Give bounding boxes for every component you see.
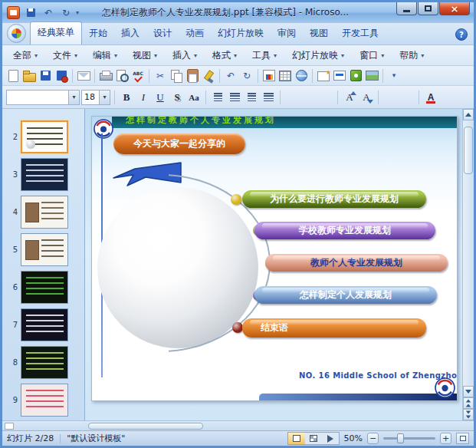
line-spacing-button[interactable] (284, 90, 300, 105)
slide-thumbnail[interactable] (21, 158, 68, 191)
bold-button[interactable]: B (119, 90, 134, 105)
menu-slideshow[interactable]: 幻灯片放映▾ (286, 47, 350, 64)
slide-thumbnail[interactable] (21, 196, 68, 229)
menu-insert[interactable]: 插入▾ (166, 47, 203, 64)
slide-thumbnail[interactable] (21, 346, 68, 379)
menu-format[interactable]: 格式▾ (206, 47, 243, 64)
font-size-combo[interactable]: 18 ▾ (81, 90, 110, 105)
menu-edit[interactable]: 编辑▾ (87, 47, 123, 64)
maximize-button[interactable] (418, 2, 438, 15)
print-preview-button[interactable] (114, 68, 130, 84)
increase-font-button[interactable]: A (342, 90, 357, 105)
italic-button[interactable]: I (136, 90, 151, 105)
insert-table-button[interactable] (277, 68, 293, 84)
bullet-list-button[interactable] (318, 90, 333, 105)
scrollbar-track[interactable] (463, 120, 474, 386)
redo-button[interactable]: ↻ (58, 6, 74, 20)
tab-animation[interactable]: 动画 (179, 23, 211, 44)
tab-view[interactable]: 视图 (303, 23, 335, 44)
font-color-button[interactable]: A (423, 90, 438, 105)
format-painter-button[interactable] (201, 68, 216, 84)
zoom-slider[interactable] (383, 437, 435, 440)
text-shadow-button[interactable]: S (169, 90, 185, 105)
agenda-item-4[interactable]: 怎样制定个人发展规划 (254, 286, 437, 304)
slide-thumbnail[interactable] (21, 271, 68, 304)
redo-toolbar-button[interactable]: ↻ (239, 68, 254, 84)
scrollbar-thumb[interactable] (464, 127, 473, 174)
menu-all[interactable]: 全部▾ (7, 47, 44, 64)
email-button[interactable] (76, 68, 91, 84)
tab-review[interactable]: 审阅 (271, 23, 303, 44)
dropdown-arrow-icon[interactable]: ▾ (99, 91, 110, 104)
undo-button[interactable]: ↶ (41, 6, 56, 20)
undo-toolbar-button[interactable]: ↶ (223, 68, 238, 84)
menu-view[interactable]: 视图▾ (126, 47, 163, 64)
insert-hyperlink-button[interactable] (294, 68, 309, 84)
scroll-up-button[interactable] (463, 109, 474, 120)
underline-button[interactable]: U (153, 90, 168, 105)
fit-to-window-button[interactable] (456, 433, 469, 444)
horizontal-scrollbar[interactable] (2, 420, 474, 430)
menu-tools[interactable]: 工具▾ (246, 47, 283, 64)
scroll-down-button[interactable] (463, 386, 474, 397)
justify-button[interactable] (261, 90, 276, 105)
open-button[interactable] (21, 68, 37, 84)
agenda-item-5[interactable]: 结束语 (242, 318, 426, 338)
agenda-item-2[interactable]: 学校教师专业发展规划 (254, 222, 435, 239)
cut-button[interactable]: ✂ (153, 68, 168, 84)
slide-layout-button[interactable] (332, 68, 347, 84)
menu-window[interactable]: 窗口▾ (353, 47, 390, 64)
save-as-button[interactable] (54, 68, 69, 84)
tab-design[interactable]: 设计 (146, 23, 179, 44)
agenda-item-3[interactable]: 教师个人专业发展规划 (265, 254, 448, 272)
dropdown-arrow-icon[interactable]: ▾ (68, 91, 79, 104)
help-button[interactable]: ? (455, 28, 468, 41)
numbered-list-button[interactable] (301, 90, 317, 105)
new-document-button[interactable] (5, 68, 21, 84)
toolbar-options-button[interactable]: ▾ (386, 68, 402, 84)
agenda-item-1[interactable]: 为什么要进行教师专业发展规划 (242, 190, 426, 208)
close-button[interactable]: × (439, 2, 470, 15)
zoom-slider-thumb[interactable] (397, 433, 404, 443)
slide-sorter-button[interactable] (305, 433, 322, 444)
tab-home[interactable]: 开始 (82, 23, 114, 44)
office-button[interactable] (7, 24, 26, 43)
zoom-in-button[interactable]: + (440, 433, 451, 444)
decrease-indent-button[interactable] (382, 90, 398, 105)
slide-thumbnail[interactable] (21, 120, 68, 153)
pane-splitter-box[interactable] (5, 423, 14, 430)
align-right-button[interactable] (244, 90, 259, 105)
powerpoint-app-icon[interactable] (7, 6, 20, 19)
decrease-font-button[interactable]: A (359, 90, 374, 105)
zoom-out-button[interactable]: − (367, 433, 379, 444)
align-left-button[interactable] (210, 90, 225, 105)
change-case-button[interactable]: Aa (186, 90, 202, 105)
save-button[interactable] (23, 6, 38, 20)
print-button[interactable] (98, 68, 113, 84)
slide-thumbnail[interactable] (21, 308, 68, 341)
slide-thumbnail[interactable] (21, 384, 68, 417)
font-name-combo[interactable]: ▾ (6, 90, 80, 105)
tab-classic-menu[interactable]: 经典菜单 (30, 21, 82, 44)
copy-button[interactable] (169, 68, 184, 84)
qat-dropdown-button[interactable]: ▾ (76, 9, 79, 16)
increase-indent-button[interactable] (399, 90, 415, 105)
spelling-button[interactable]: ABC (130, 68, 146, 84)
horizontal-scrollbar-thumb[interactable] (88, 423, 203, 430)
slide-design-button[interactable] (348, 68, 363, 84)
slide-thumbnail[interactable] (21, 233, 68, 266)
tab-insert[interactable]: 插入 (114, 23, 146, 44)
slide-canvas[interactable]: 怎样制定教师个人专业发展规划 今天与大家一起分享的 (91, 116, 458, 401)
slideshow-button[interactable] (322, 433, 339, 444)
normal-view-button[interactable] (288, 433, 305, 444)
minimize-button[interactable] (396, 2, 417, 15)
insert-chart-button[interactable] (261, 68, 277, 84)
new-slide-button[interactable] (316, 68, 331, 84)
align-center-button[interactable] (227, 90, 242, 105)
previous-slide-button[interactable] (463, 397, 474, 409)
menu-help[interactable]: 帮助▾ (393, 47, 430, 64)
next-slide-button[interactable] (463, 409, 474, 420)
photo-album-button[interactable] (364, 68, 379, 84)
save-toolbar-button[interactable] (38, 68, 53, 84)
tab-slideshow[interactable]: 幻灯片放映 (211, 23, 271, 44)
